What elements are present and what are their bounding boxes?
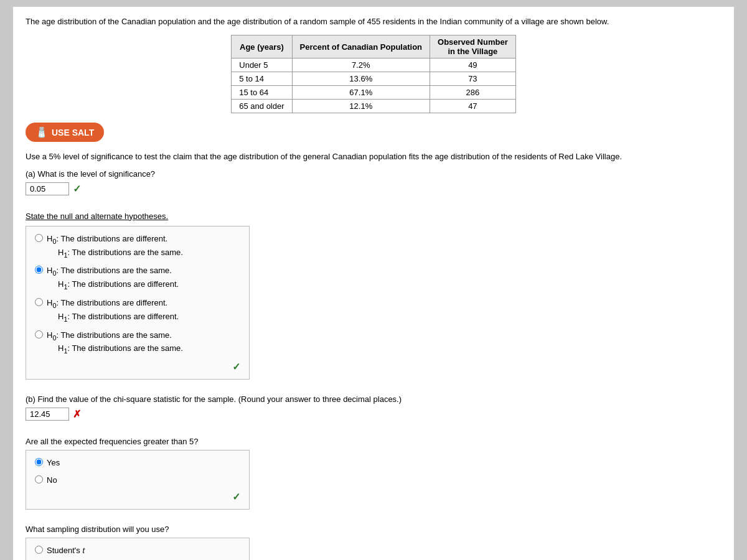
main-question: Use a 5% level of significance to test t… — [26, 151, 721, 163]
expected-freq-yes-label: Yes — [47, 457, 60, 469]
expected-freq-section: Are all the expected frequencies greater… — [26, 437, 721, 516]
table-cell: 5 to 14 — [232, 72, 292, 86]
hypothesis-option-4: H0: The distributions are the same. H1: … — [35, 329, 240, 357]
col-header-percent: Percent of Canadian Population — [292, 35, 430, 58]
table-cell: 47 — [430, 100, 516, 113]
salt-icon: 🧂 — [35, 126, 48, 138]
use-salt-label: USE SALT — [52, 128, 94, 138]
table-row: 15 to 6467.1%286 — [232, 86, 515, 100]
hypothesis-radio-1[interactable] — [35, 234, 43, 242]
table-cell: 15 to 64 — [232, 86, 292, 100]
col-header-observed: Observed Numberin the Village — [430, 35, 516, 58]
table-cell: 12.1% — [292, 100, 430, 113]
part-b-question: (b) Find the value of the chi-square sta… — [26, 394, 721, 404]
hypothesis-label-3: H0: The distributions are different. H1:… — [47, 297, 179, 324]
table-cell: Under 5 — [232, 58, 292, 72]
part-b-section: (b) Find the value of the chi-square sta… — [26, 394, 721, 428]
expected-freq-yes: Yes — [35, 457, 240, 469]
sampling-students-t-radio[interactable] — [35, 546, 43, 554]
expected-freq-check: ✓ — [232, 491, 240, 503]
expected-freq-no: No — [35, 474, 240, 487]
hypotheses-label: State the null and alternate hypotheses. — [26, 212, 721, 221]
hypothesis-label-4: H0: The distributions are the same. H1: … — [47, 329, 183, 357]
hypothesis-radio-2[interactable] — [35, 266, 43, 274]
significance-input[interactable] — [26, 182, 69, 195]
sampling-dist-section: What sampling distribution will you use?… — [26, 525, 721, 560]
hypothesis-radio-3[interactable] — [35, 298, 43, 306]
hypothesis-option-2: H0: The distributions are the same. H1: … — [35, 264, 240, 292]
hypothesis-label-1: H0: The distributions are different. H1:… — [47, 233, 183, 260]
sampling-students-t-label: Student's t — [47, 544, 85, 557]
part-a-section: (a) What is the level of significance? ✓ — [26, 169, 721, 203]
use-salt-button[interactable]: 🧂 USE SALT — [26, 123, 104, 142]
hypothesis-radio-4[interactable] — [35, 330, 43, 338]
table-row: 5 to 1413.6%73 — [232, 72, 515, 86]
sampling-students-t: Student's t — [35, 544, 240, 557]
hypotheses-section: State the null and alternate hypotheses.… — [26, 212, 721, 386]
hypothesis-option-3: H0: The distributions are different. H1:… — [35, 297, 240, 324]
hypothesis-label-2: H0: The distributions are the same. H1: … — [47, 264, 179, 292]
intro-text: The age distribution of the Canadian pop… — [26, 16, 721, 27]
part-a-check: ✓ — [73, 183, 81, 195]
expected-freq-check-container: ✓ — [35, 491, 240, 503]
part-a-answer-box: ✓ — [26, 182, 81, 195]
expected-freq-yes-radio[interactable] — [35, 458, 43, 466]
sampling-dist-options-box: Student's t binomial normal — [26, 538, 250, 560]
data-table: Age (years) Percent of Canadian Populati… — [231, 35, 515, 113]
expected-freq-options-box: Yes No ✓ — [26, 450, 250, 510]
expected-freq-no-label: No — [47, 474, 57, 487]
col-header-age: Age (years) — [232, 35, 292, 58]
table-cell: 13.6% — [292, 72, 430, 86]
part-a-question: (a) What is the level of significance? — [26, 169, 721, 179]
hypothesis-check-container: ✓ — [35, 361, 240, 373]
sampling-dist-question: What sampling distribution will you use? — [26, 525, 721, 534]
table-cell: 73 — [430, 72, 516, 86]
chi-square-input[interactable] — [26, 408, 69, 421]
hypothesis-option-1: H0: The distributions are different. H1:… — [35, 233, 240, 260]
main-container: The age distribution of the Canadian pop… — [12, 6, 735, 560]
hypothesis-check: ✓ — [232, 361, 240, 373]
table-cell: 67.1% — [292, 86, 430, 100]
part-b-answer-box: ✗ — [26, 408, 81, 421]
table-row: 65 and older12.1%47 — [232, 100, 515, 113]
table-row: Under 57.2%49 — [232, 58, 515, 72]
expected-freq-no-radio[interactable] — [35, 475, 43, 483]
table-cell: 286 — [430, 86, 516, 100]
table-cell: 65 and older — [232, 100, 292, 113]
table-cell: 7.2% — [292, 58, 430, 72]
table-cell: 49 — [430, 58, 516, 72]
part-b-x-mark: ✗ — [73, 408, 81, 420]
expected-freq-question: Are all the expected frequencies greater… — [26, 437, 721, 446]
hypotheses-options-box: H0: The distributions are different. H1:… — [26, 226, 250, 380]
